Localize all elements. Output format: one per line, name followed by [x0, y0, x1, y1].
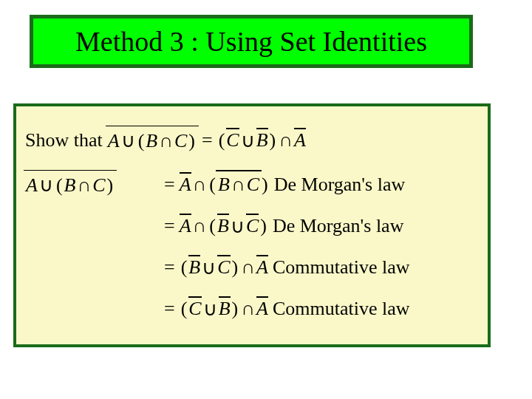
step-1-justification: De Morgan's law — [274, 174, 406, 196]
proof-content-box: Show that A∪(B∩C) = (C∪B)∩A A∪(B∩C) = A∩… — [13, 103, 491, 347]
show-label: Show that — [25, 129, 103, 151]
step-3-rhs: (B∪C)∩A — [180, 256, 268, 279]
slide-title: Method 3 : Using Set Identities — [75, 25, 427, 58]
step-4-justification: Commutative law — [273, 298, 410, 320]
step-1: A∪(B∩C) = A∩(B∩C) De Morgan's law — [25, 164, 479, 205]
step-2-rhs: A∩(B∪C) — [180, 215, 268, 238]
step-1-rhs: A∩(B∩C) — [180, 174, 270, 196]
step-2: = A∩(B∪C) De Morgan's law — [25, 205, 479, 247]
statement-line: Show that A∪(B∩C) = (C∪B)∩A — [25, 120, 479, 161]
title-box: Method 3 : Using Set Identities — [30, 15, 473, 68]
step-4-rhs: (C∪B)∩A — [180, 298, 268, 321]
statement-rhs: (C∪B)∩A — [217, 129, 306, 152]
step-3: = (B∪C)∩A Commutative law — [25, 247, 479, 288]
step-4: = (C∪B)∩A Commutative law — [25, 288, 479, 330]
statement-lhs: A∪(B∩C) — [107, 129, 197, 152]
step-1-lhs: A∪(B∩C) — [25, 174, 160, 197]
step-3-justification: Commutative law — [273, 256, 410, 279]
step-2-justification: De Morgan's law — [273, 215, 404, 237]
